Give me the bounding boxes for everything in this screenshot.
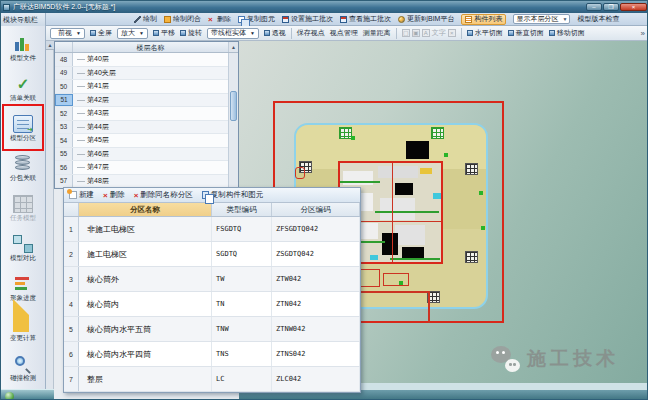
close-button[interactable]: × — [620, 3, 647, 11]
sidebar-item-subcontract-link[interactable]: 分包关联 — [1, 149, 45, 189]
partition-row[interactable]: 3 核心筒外 TW ZTW042 — [64, 267, 360, 292]
delete-x-icon: × — [103, 192, 108, 199]
plan-green-marker — [444, 153, 448, 157]
annotate-rect-icon: ▢ — [402, 29, 410, 37]
col-name-header[interactable]: 分区名称 — [79, 203, 212, 216]
partition-table-header: 分区名称 类型编码 分区编码 — [64, 203, 360, 217]
chevron-down-icon: ▼ — [250, 30, 255, 36]
change-calc-icon — [13, 315, 33, 333]
col-code-header[interactable]: 分区编码 — [272, 203, 360, 216]
partition-row[interactable]: 4 核心筒内 TN ZTN042 — [64, 292, 360, 317]
partition-row[interactable]: 5 核心筒内水平五筒 TNW ZTNW042 — [64, 317, 360, 342]
draw-button[interactable]: 绘制 — [134, 14, 157, 24]
set-batch-button[interactable]: 设置施工批次 — [282, 14, 333, 24]
floor-row-selected[interactable]: 51第42层 — [55, 94, 228, 108]
delete-x-icon: × — [134, 192, 139, 199]
partition-toolbar: 新建 × 删除 × 删除同名称分区 复制构件和图元 — [64, 188, 360, 203]
floor-row[interactable]: 52第43层 — [55, 107, 228, 121]
floor-row[interactable]: 49第40夹层 — [55, 67, 228, 81]
delete-button[interactable]: × 删除 — [208, 14, 231, 24]
update-bim-button[interactable]: 更新到BIM平台 — [398, 14, 454, 24]
plan-green-marker — [479, 191, 483, 195]
floor-row[interactable]: 54第45层 — [55, 134, 228, 148]
wechat-icon — [491, 346, 521, 372]
delete-same-name-button[interactable]: × 删除同名称分区 — [134, 190, 193, 200]
main-toolbar-row: 模块导航栏 绘制 绘制闭合 × 删除 复制图元 设置施工批次 — [1, 13, 648, 26]
vertical-section-button[interactable]: 垂直切面 — [508, 28, 544, 38]
collapse-arrow-icon[interactable]: ▲ — [46, 41, 54, 50]
copy-element-button[interactable]: 复制图元 — [238, 14, 275, 24]
scrollbar-thumb[interactable] — [230, 91, 237, 121]
text-tool-label: 文字 — [432, 28, 446, 38]
chevron-down-icon: ▼ — [139, 30, 144, 36]
panel-splitter[interactable]: ▲ — [46, 41, 54, 400]
floor-row[interactable]: 53第44层 — [55, 121, 228, 135]
floor-name-header: 楼层名称 — [73, 42, 228, 52]
perspective-icon — [264, 30, 270, 36]
horizontal-section-button[interactable]: 水平切面 — [467, 28, 503, 38]
annotate-fill-icon: ▣ — [412, 29, 420, 37]
version-check-button[interactable]: 模型版本检查 — [577, 14, 619, 24]
delete-x-icon: × — [208, 16, 215, 23]
app-window: 广联达BIM5D软件 2.0--[无标题.*] – ❐ × 模块导航栏 绘制 绘… — [0, 0, 648, 400]
toolbar-separator — [396, 28, 397, 39]
sidebar-item-task-model[interactable]: 任务模型 — [1, 189, 45, 229]
show-partition-dropdown[interactable]: 显示本层分区 ▼ — [513, 14, 570, 24]
view-batch-button[interactable]: 查看施工批次 — [340, 14, 391, 24]
floor-num-header — [55, 42, 73, 52]
col-type-header[interactable]: 类型编码 — [212, 203, 272, 216]
partition-table: 分区名称 类型编码 分区编码 1 非施工电梯区 FSGDTQ ZFSGDTQ04… — [64, 203, 360, 392]
sidebar-item-list-link[interactable]: ✓ 清单关联 — [1, 69, 45, 109]
partition-row[interactable]: 6 核心筒内水平四筒 TNS ZTNS042 — [64, 342, 360, 367]
component-list-button[interactable]: 构件列表 — [461, 14, 506, 25]
restore-button[interactable]: ❐ — [603, 3, 619, 11]
partition-row[interactable]: 7 整层 LC ZLC042 — [64, 367, 360, 392]
scroll-up-icon[interactable]: ▲ — [228, 42, 238, 52]
floor-row[interactable]: 50第41层 — [55, 80, 228, 94]
rotate-icon — [180, 30, 186, 36]
floor-row[interactable]: 57第48层 — [55, 175, 228, 189]
toolbar-separator — [291, 28, 292, 39]
floor-row[interactable]: 48第40层 — [55, 53, 228, 67]
batch-view-icon — [340, 16, 347, 23]
new-partition-button[interactable]: 新建 — [69, 190, 94, 200]
manage-viewpoint-button[interactable]: 视点管理 — [330, 28, 358, 38]
floor-list-panel: 楼层名称 ▲ 48第40层 49第40夹层 50第41层 51第42层 52第4… — [54, 41, 239, 189]
pan-button[interactable]: 平移 — [153, 28, 175, 38]
display-mode-dropdown[interactable]: 带线框实体 ▼ — [207, 28, 259, 39]
sidebar-item-change-calc[interactable]: 变更计算 — [1, 309, 45, 349]
copy-icon — [202, 191, 209, 199]
save-viewpoint-button[interactable]: 保存视点 — [297, 28, 325, 38]
component-list-icon — [465, 16, 472, 23]
toolbar-overflow-button[interactable]: » — [641, 29, 645, 38]
view-direction-dropdown[interactable]: 前视 ▼ — [50, 28, 85, 39]
sidebar-item-collision-check[interactable]: 碰撞检测 — [1, 349, 45, 389]
rotate-button[interactable]: 旋转 — [180, 28, 202, 38]
draw-closed-button[interactable]: 绘制闭合 — [164, 14, 201, 24]
sidebar-item-model-file[interactable]: 模型文件 — [1, 29, 45, 69]
copy-icon — [238, 16, 245, 23]
floor-scrollbar[interactable] — [228, 53, 238, 188]
update-platform-icon — [398, 16, 405, 23]
floor-row[interactable]: 55第46层 — [55, 148, 228, 162]
plan-hatch-mark — [465, 251, 478, 263]
nav-panel-header: 模块导航栏 — [1, 13, 46, 26]
perspective-button[interactable]: 透视 — [264, 28, 286, 38]
measure-distance-button[interactable]: 测量距离 — [363, 28, 391, 38]
sidebar-item-model-compare[interactable]: 模型对比 — [1, 229, 45, 269]
minimize-button[interactable]: – — [586, 3, 602, 11]
move-section-button[interactable]: 移动切面 — [549, 28, 585, 38]
partition-row[interactable]: 1 非施工电梯区 FSGDTQ ZFSGDTQ042 — [64, 217, 360, 242]
view-toolbar-row: 前视 ▼ 全屏 放大 ▼ 平移 旋转 带线框实体 ▼ 透视 保存视点 — [46, 26, 648, 41]
partition-row[interactable]: 2 施工电梯区 SGDTQ ZSGDTQ042 — [64, 242, 360, 267]
plan-black-block — [406, 141, 429, 159]
floor-row[interactable]: 56第47层 — [55, 161, 228, 175]
highlight-annotation-box — [2, 104, 44, 151]
delete-partition-button[interactable]: × 删除 — [103, 190, 125, 200]
chevron-down-icon: ▼ — [562, 16, 567, 22]
plan-hatch-mark — [465, 163, 478, 175]
v-section-icon — [508, 30, 514, 36]
copy-components-button[interactable]: 复制构件和图元 — [202, 190, 264, 200]
fullscreen-button[interactable]: 全屏 — [90, 28, 112, 38]
zoom-dropdown[interactable]: 放大 ▼ — [117, 28, 148, 39]
